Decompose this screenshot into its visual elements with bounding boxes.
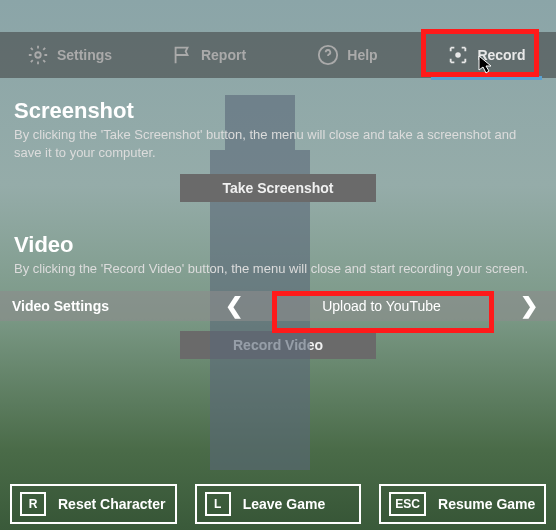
resume-label: Resume Game — [438, 496, 535, 512]
key-esc: ESC — [389, 492, 426, 516]
record-icon — [447, 44, 469, 66]
chevron-left-icon[interactable]: ❮ — [219, 293, 249, 319]
tab-label: Record — [477, 47, 525, 63]
screenshot-title: Screenshot — [14, 98, 542, 124]
tab-settings[interactable]: Settings — [0, 32, 139, 78]
video-settings-bar: Video Settings ❮ Upload to YouTube ❯ — [0, 291, 556, 321]
leave-game-button[interactable]: L Leave Game — [195, 484, 362, 524]
gear-icon — [27, 44, 49, 66]
screenshot-desc: By clicking the 'Take Screenshot' button… — [14, 126, 542, 162]
svg-point-0 — [35, 52, 41, 58]
key-r: R — [20, 492, 46, 516]
take-screenshot-button[interactable]: Take Screenshot — [180, 174, 376, 202]
video-desc: By clicking the 'Record Video' button, t… — [14, 260, 542, 278]
video-settings-value: Upload to YouTube — [249, 298, 514, 314]
flag-icon — [171, 44, 193, 66]
svg-point-2 — [456, 52, 462, 58]
leave-label: Leave Game — [243, 496, 326, 512]
top-tabs: Settings Report Help Record — [0, 32, 556, 78]
reset-character-button[interactable]: R Reset Character — [10, 484, 177, 524]
tab-label: Help — [347, 47, 377, 63]
bottom-bar: R Reset Character L Leave Game ESC Resum… — [0, 484, 556, 524]
help-icon — [317, 44, 339, 66]
tab-label: Settings — [57, 47, 112, 63]
video-title: Video — [14, 232, 542, 258]
resume-game-button[interactable]: ESC Resume Game — [379, 484, 546, 524]
tab-report[interactable]: Report — [139, 32, 278, 78]
reset-label: Reset Character — [58, 496, 165, 512]
tab-label: Report — [201, 47, 246, 63]
chevron-right-icon[interactable]: ❯ — [514, 293, 544, 319]
tab-help[interactable]: Help — [278, 32, 417, 78]
tab-record[interactable]: Record — [417, 32, 556, 78]
key-l: L — [205, 492, 231, 516]
video-settings-label: Video Settings — [12, 298, 109, 314]
